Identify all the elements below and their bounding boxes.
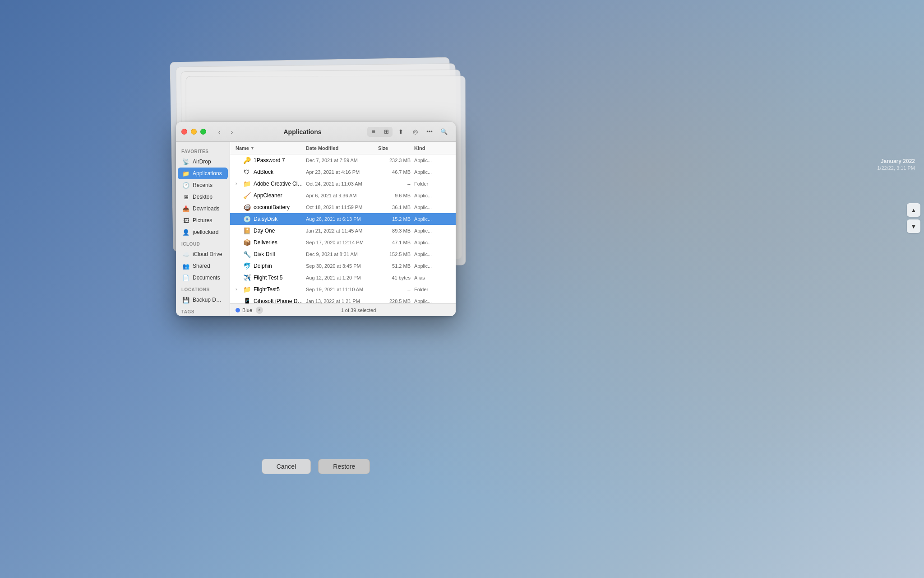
more-button[interactable]: ••• <box>423 127 436 137</box>
file-date: Oct 24, 2021 at 11:03 AM <box>306 181 378 186</box>
nav-down-button[interactable]: ▼ <box>907 219 920 233</box>
file-size: 228.5 MB <box>378 298 414 304</box>
maximize-button[interactable] <box>200 129 206 135</box>
file-date: Apr 23, 2021 at 4:16 PM <box>306 169 378 175</box>
status-selected-count: 1 of 39 selected <box>267 308 450 313</box>
file-date: Apr 6, 2021 at 9:36 AM <box>306 193 378 198</box>
sidebar-item-documents-label: Documents <box>193 275 220 281</box>
sidebar-item-pictures-label: Pictures <box>193 217 212 224</box>
search-button[interactable]: 🔍 <box>438 127 450 137</box>
col-header-name[interactable]: Name ▼ <box>236 145 306 151</box>
close-button[interactable] <box>181 129 187 135</box>
nav-up-button[interactable]: ▲ <box>907 203 920 217</box>
file-list: 🔑1Password 7Dec 7, 2021 at 7:59 AM232.3 … <box>230 154 456 303</box>
file-date: Jan 21, 2022 at 11:45 AM <box>306 228 378 233</box>
file-kind: Folder <box>414 181 450 186</box>
applications-icon: 📁 <box>182 170 189 177</box>
sidebar: Favorites 📡 AirDrop 📁 Applications 🕐 Rec… <box>176 142 230 316</box>
locations-header: Locations <box>176 284 230 294</box>
file-date: Oct 18, 2021 at 11:59 PM <box>306 205 378 210</box>
share-button[interactable]: ⬆ <box>394 127 407 137</box>
file-row[interactable]: 🧹AppCleanerApr 6, 2021 at 9:36 AM9.6 MBA… <box>230 190 456 201</box>
grid-view-icon: ⊞ <box>384 128 389 135</box>
file-name: AppCleaner <box>254 192 306 199</box>
file-size: 46.7 MB <box>378 169 414 175</box>
list-view-button[interactable]: ≡ <box>367 127 380 137</box>
file-row[interactable]: 📦DeliveriesSep 17, 2020 at 12:14 PM47.1 … <box>230 237 456 248</box>
file-row[interactable]: 🔑1Password 7Dec 7, 2021 at 7:59 AM232.3 … <box>230 154 456 166</box>
back-button[interactable]: ‹ <box>213 127 225 137</box>
icloud-icon: ☁️ <box>182 251 189 258</box>
file-icon: 📁 <box>243 285 251 294</box>
sidebar-item-joellockard[interactable]: 👤 joellockard <box>178 226 228 238</box>
sidebar-item-applications[interactable]: 📁 Applications <box>178 168 228 179</box>
file-kind: Applic... <box>414 240 450 245</box>
file-name: Disk Drill <box>254 251 306 257</box>
sidebar-item-shared[interactable]: 👥 Shared <box>178 260 228 272</box>
file-date: Sep 30, 2020 at 3:45 PM <box>306 263 378 269</box>
col-header-kind[interactable]: Kind <box>414 145 450 151</box>
file-icon: 🐬 <box>243 262 251 270</box>
file-row[interactable]: ✈️Flight Test 5Aug 12, 2021 at 1:20 PM41… <box>230 272 456 284</box>
file-row[interactable]: 🛡AdBlockApr 23, 2021 at 4:16 PM46.7 MBAp… <box>230 166 456 178</box>
file-kind: Applic... <box>414 158 450 163</box>
file-row[interactable]: 💿DaisyDiskAug 26, 2021 at 6:13 PM15.2 MB… <box>230 213 456 225</box>
file-size: 51.2 MB <box>378 263 414 269</box>
airdrop-icon: 📡 <box>182 158 189 165</box>
sidebar-item-shared-label: Shared <box>193 263 210 269</box>
sidebar-item-pictures[interactable]: 🖼 Pictures <box>178 214 228 226</box>
file-row[interactable]: 🔧Disk DrillDec 9, 2021 at 8:31 AM152.5 M… <box>230 248 456 260</box>
sidebar-item-downloads[interactable]: 📥 Downloads <box>178 203 228 214</box>
file-name: Deliveries <box>254 239 306 246</box>
file-icon: 📔 <box>243 227 251 235</box>
minimize-button[interactable] <box>191 129 197 135</box>
file-name: Flight Test 5 <box>254 275 306 281</box>
tag-button[interactable]: ◎ <box>409 127 421 137</box>
sidebar-item-icloud-drive[interactable]: ☁️ iCloud Drive <box>178 248 228 260</box>
recents-icon: 🕐 <box>182 182 189 189</box>
grid-view-button[interactable]: ⊞ <box>380 127 393 137</box>
file-icon: 📦 <box>243 238 251 247</box>
sidebar-item-documents[interactable]: 📄 Documents <box>178 272 228 284</box>
sidebar-item-backup-drive-label: Backup Drive <box>193 297 223 303</box>
file-row[interactable]: 🥥coconutBatteryOct 18, 2021 at 11:59 PM3… <box>230 201 456 213</box>
col-header-size[interactable]: Size <box>378 145 414 151</box>
button-row: Cancel Restore <box>176 459 456 474</box>
file-row[interactable]: 📔Day OneJan 21, 2022 at 11:45 AM89.3 MBA… <box>230 225 456 237</box>
file-icon: 📁 <box>243 180 251 188</box>
sidebar-item-airdrop-label: AirDrop <box>193 158 211 165</box>
file-row[interactable]: 🐬DolphinSep 30, 2020 at 3:45 PM51.2 MBAp… <box>230 260 456 272</box>
file-row[interactable]: 📱Gihosoft iPhone Data RecoveryJan 13, 20… <box>230 295 456 303</box>
expand-chevron-icon: › <box>236 181 241 186</box>
file-date: Sep 19, 2021 at 11:10 AM <box>306 287 378 292</box>
file-kind: Folder <box>414 287 450 292</box>
right-panel: January 2022 1/22/22, 3:11 PM <box>877 158 915 171</box>
file-icon: 💿 <box>243 215 251 223</box>
sidebar-item-recents-label: Recents <box>193 182 213 188</box>
window-title: Applications <box>241 128 364 135</box>
status-tag: Blue <box>236 308 252 313</box>
file-size: 89.3 MB <box>378 228 414 233</box>
sidebar-item-recents[interactable]: 🕐 Recents <box>178 179 228 191</box>
documents-icon: 📄 <box>182 274 189 281</box>
file-icon: 📱 <box>243 297 251 304</box>
restore-button[interactable]: Restore <box>318 459 370 474</box>
content-area: Name ▼ Date Modified Size Kind 🔑1Passwor… <box>230 142 456 316</box>
cancel-button[interactable]: Cancel <box>262 459 311 474</box>
file-row[interactable]: ›📁Adobe Creative CloudOct 24, 2021 at 11… <box>230 178 456 190</box>
file-row[interactable]: ›📁FlightTest5Sep 19, 2021 at 11:10 AM--F… <box>230 284 456 295</box>
sidebar-item-icloud-drive-label: iCloud Drive <box>193 251 222 257</box>
traffic-lights <box>181 129 206 135</box>
file-date: Aug 12, 2021 at 1:20 PM <box>306 275 378 280</box>
file-size: -- <box>378 181 414 186</box>
sidebar-item-airdrop[interactable]: 📡 AirDrop <box>178 156 228 168</box>
date-label: January 2022 <box>881 158 915 164</box>
sidebar-item-desktop[interactable]: 🖥 Desktop <box>178 191 228 203</box>
status-tag-close[interactable]: × <box>256 307 263 314</box>
col-header-date[interactable]: Date Modified <box>306 145 378 151</box>
toolbar-actions: ≡ ⊞ ⬆ ◎ ••• 🔍 <box>367 127 450 137</box>
forward-button[interactable]: › <box>226 127 238 137</box>
sidebar-item-backup-drive[interactable]: 💾 Backup Drive <box>178 294 228 306</box>
file-name: 1Password 7 <box>254 157 306 163</box>
file-icon: 🛡 <box>243 168 251 176</box>
